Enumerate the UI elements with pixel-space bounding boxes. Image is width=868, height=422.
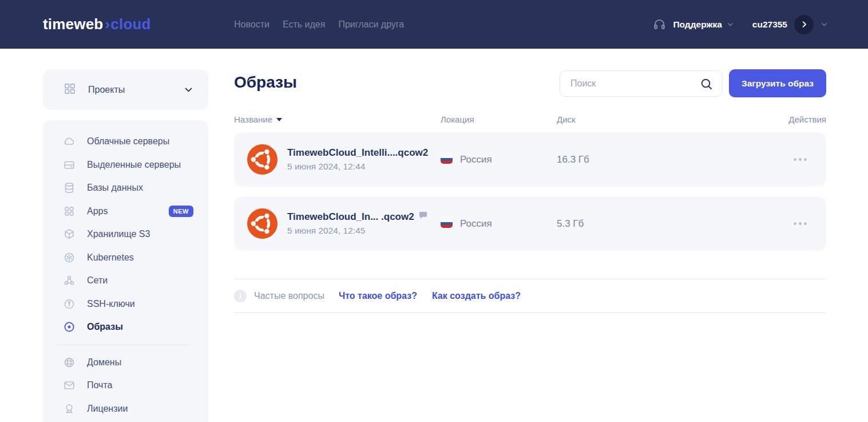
column-header-disk: Диск [557, 115, 758, 124]
sort-descending-icon [276, 118, 282, 121]
faq-label: Частые вопросы [254, 291, 324, 301]
images-table: TimewebCloud_Intelli....qcow2 5 июня 202… [234, 132, 826, 261]
upload-image-button[interactable]: Загрузить образ [729, 69, 826, 97]
sidebar-item-licenses[interactable]: Лицензии [43, 397, 208, 421]
account-chevron-down-icon[interactable] [821, 21, 828, 28]
search-box [560, 70, 723, 97]
sidebar-item-networks[interactable]: Сети [43, 269, 208, 293]
image-location: Россия [460, 218, 492, 230]
topbar-right: Поддержка cu27355 [653, 0, 828, 49]
support-menu[interactable]: Поддержка [673, 19, 722, 30]
logo[interactable]: timeweb › cloud [43, 0, 151, 49]
row-actions-menu-icon[interactable] [792, 155, 808, 164]
russia-flag-icon [441, 155, 453, 164]
sidebar-item-mail[interactable]: Почта [43, 374, 208, 397]
sidebar-item-dedicated-servers[interactable]: Выделенные серверы [43, 153, 208, 177]
nav-invite-friend-link[interactable]: Пригласи друга [338, 19, 404, 30]
sidebar-item-cloud-servers[interactable]: Облачные серверы [43, 130, 208, 153]
nav-news-link[interactable]: Новости [234, 19, 269, 30]
grid-icon [63, 82, 77, 98]
faq-strip: i Частые вопросы Что такое образ? Как со… [234, 279, 826, 313]
image-disk-size: 16.3 Гб [557, 154, 758, 165]
cube-icon [63, 228, 76, 240]
sidebar-item-ssh-keys[interactable]: SSH-ключи [43, 293, 208, 316]
support-chevron-down-icon[interactable] [727, 21, 734, 28]
search-icon[interactable] [700, 77, 714, 93]
account-id[interactable]: cu27355 [752, 19, 787, 30]
sidebar-item-s3-storage[interactable]: Хранилище S3 [43, 223, 208, 246]
image-name[interactable]: TimewebCloud_In... .qcow2 [287, 211, 414, 223]
new-badge: NEW [169, 206, 193, 217]
ubuntu-logo-icon [247, 208, 278, 239]
search-input[interactable] [570, 71, 691, 96]
apps-grid-icon [63, 205, 76, 218]
faq-link-what-is-image[interactable]: Что такое образ? [339, 291, 417, 301]
nav-idea-link[interactable]: Есть идея [283, 19, 325, 30]
table-row[interactable]: TimewebCloud_In... .qcow2 5 июня 2024, 1… [234, 196, 826, 251]
key-icon [63, 298, 76, 310]
cloud-icon [63, 135, 76, 148]
russia-flag-icon [441, 219, 453, 228]
account-avatar[interactable] [794, 15, 814, 34]
kubernetes-icon [63, 251, 76, 264]
page-title: Образы [234, 73, 297, 92]
sidebar-item-apps[interactable]: Apps NEW [43, 200, 208, 223]
ubuntu-logo-icon [247, 144, 278, 175]
database-icon [63, 182, 76, 194]
comment-icon[interactable] [419, 211, 427, 219]
projects-label: Проекты [88, 85, 125, 95]
image-location: Россия [460, 154, 492, 165]
image-disk-size: 5.3 Гб [557, 218, 758, 230]
column-header-name[interactable]: Название [234, 115, 441, 124]
sidebar-item-domains[interactable]: Домены [43, 351, 208, 374]
logo-cloud: cloud [110, 15, 150, 33]
info-icon: i [234, 290, 247, 302]
projects-chevron-down-icon [184, 85, 193, 94]
record-icon [63, 321, 76, 333]
topbar: timeweb › cloud Новости Есть идея Пригла… [0, 0, 868, 49]
network-icon [63, 274, 76, 287]
table-header: Название Локация Диск Действия [234, 112, 826, 126]
image-date: 5 июня 2024, 12:45 [287, 226, 427, 236]
award-icon [63, 403, 76, 415]
chevron-right-icon [800, 20, 808, 29]
table-row[interactable]: TimewebCloud_Intelli....qcow2 5 июня 202… [234, 132, 826, 187]
sidebar-divider [57, 345, 189, 345]
row-actions-menu-icon[interactable] [792, 219, 808, 228]
logo-chevron-icon: › [105, 15, 110, 33]
column-header-actions: Действия [758, 115, 826, 124]
envelope-icon [63, 379, 76, 392]
sidebar-menu: Облачные серверы Выделенные серверы Базы… [43, 120, 208, 422]
server-icon [63, 159, 76, 171]
sidebar-item-images[interactable]: Образы [43, 315, 208, 339]
globe-icon [63, 356, 76, 369]
top-navigation: Новости Есть идея Пригласи друга [234, 0, 404, 49]
sidebar-item-databases[interactable]: Базы данных [43, 176, 208, 200]
sidebar-item-kubernetes[interactable]: Kubernetes [43, 246, 208, 270]
column-header-location: Локация [441, 115, 557, 124]
faq-link-how-create-image[interactable]: Как создать образ? [432, 291, 521, 301]
headphones-icon [653, 18, 666, 31]
image-date: 5 июня 2024, 12:44 [287, 161, 428, 172]
image-name[interactable]: TimewebCloud_Intelli....qcow2 [287, 147, 428, 159]
projects-selector[interactable]: Проекты [43, 69, 208, 110]
logo-timeweb: timeweb [43, 15, 103, 33]
